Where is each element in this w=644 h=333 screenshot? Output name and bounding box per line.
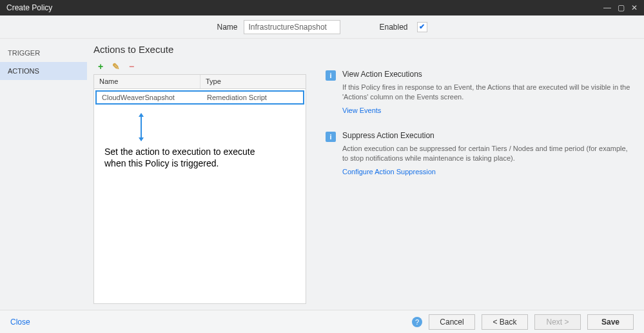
minimize-icon[interactable]: — [603, 3, 611, 12]
info-desc: If this Policy fires in response to an E… [342, 83, 631, 103]
body: TRIGGER ACTIONS Actions to Execute + ✎ −… [0, 39, 644, 310]
main-area: Actions to Execute + ✎ − Name Type Cloud… [87, 39, 644, 310]
remove-action-button[interactable]: − [124, 60, 139, 73]
titlebar: Create Policy — ▢ ✕ [0, 0, 644, 15]
info-desc: Action execution can be suppressed for c… [342, 144, 631, 164]
maximize-icon[interactable]: ▢ [618, 3, 625, 12]
sidebar-item-trigger[interactable]: TRIGGER [0, 44, 87, 62]
actions-grid: Name Type CloudWeaverSnapshot Remediatio… [93, 74, 306, 304]
info-icon: i [326, 132, 336, 142]
footer: Close ? Cancel < Back Next > Save [0, 310, 644, 333]
info-icon: i [326, 70, 336, 81]
row-name: CloudWeaverSnapshot [97, 92, 202, 103]
table-row[interactable]: CloudWeaverSnapshot Remediation Script [95, 90, 304, 105]
configure-suppression-link[interactable]: Configure Action Suppression [342, 168, 631, 176]
enabled-checkbox[interactable]: ✔ [417, 22, 427, 32]
close-icon[interactable]: ✕ [631, 3, 638, 12]
edit-action-button[interactable]: ✎ [109, 60, 123, 73]
add-action-button[interactable]: + [93, 60, 108, 73]
callout: Set the action to execution to execute w… [104, 114, 272, 169]
info-column: i View Action Executions If this Policy … [326, 44, 631, 305]
close-link[interactable]: Close [10, 318, 30, 327]
col-header-name[interactable]: Name [94, 75, 200, 88]
save-button[interactable]: Save [587, 314, 634, 330]
help-icon[interactable]: ? [412, 317, 422, 327]
cancel-button[interactable]: Cancel [429, 314, 475, 330]
actions-toolbar: + ✎ − [93, 60, 306, 73]
callout-arrow-icon [141, 114, 142, 141]
info-title: Suppress Action Execution [342, 131, 631, 140]
policy-name-input[interactable] [244, 20, 340, 34]
info-block-executions: i View Action Executions If this Policy … [326, 70, 631, 114]
row-type: Remediation Script [202, 92, 303, 103]
enabled-label: Enabled [379, 23, 407, 32]
name-label: Name [217, 23, 237, 32]
actions-title: Actions to Execute [93, 44, 306, 55]
info-title: View Action Executions [342, 70, 631, 79]
window-controls: — ▢ ✕ [603, 3, 638, 12]
header-row: Name Enabled ✔ [0, 15, 644, 39]
col-header-type[interactable]: Type [200, 75, 306, 88]
actions-panel: Actions to Execute + ✎ − Name Type Cloud… [93, 44, 306, 305]
back-button[interactable]: < Back [482, 314, 528, 330]
sidebar-item-actions[interactable]: ACTIONS [0, 62, 87, 80]
next-button[interactable]: Next > [534, 314, 581, 330]
info-block-suppress: i Suppress Action Execution Action execu… [326, 131, 631, 176]
window-title: Create Policy [6, 3, 52, 12]
grid-header: Name Type [94, 75, 306, 89]
callout-text: Set the action to execution to execute w… [104, 146, 272, 169]
view-events-link[interactable]: View Events [342, 106, 631, 114]
sidebar: TRIGGER ACTIONS [0, 39, 87, 310]
